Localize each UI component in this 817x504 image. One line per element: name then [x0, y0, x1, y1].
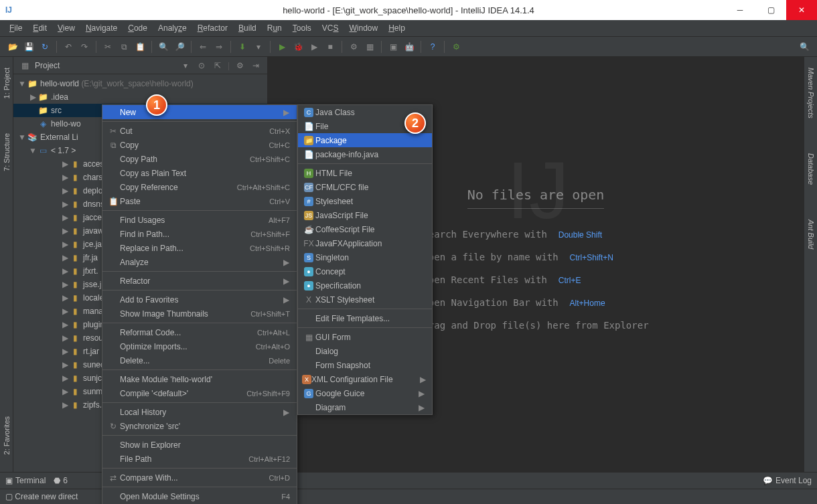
menu-item[interactable]: CFCFML/CFC file — [298, 180, 432, 194]
menu-item[interactable]: Delete...Delete — [102, 353, 297, 367]
menu-item[interactable]: New▶ — [102, 105, 297, 119]
cut-icon[interactable]: ✂ — [100, 39, 115, 54]
paste-icon[interactable]: 📋 — [133, 39, 147, 54]
tab-structure[interactable]: 7: Structure — [1, 129, 12, 175]
close-button[interactable]: ✕ — [786, 0, 817, 20]
debug-icon[interactable]: 🐞 — [291, 39, 305, 54]
menu-item[interactable]: ●Specification — [298, 278, 432, 292]
menu-item[interactable]: ▦GUI Form — [298, 330, 432, 344]
menu-item[interactable]: Analyze▶ — [102, 255, 297, 269]
menu-item[interactable]: Copy as Plain Text — [102, 166, 297, 180]
menu-item[interactable]: XXML Configuration File▶ — [298, 372, 432, 386]
tree-root[interactable]: ▼📁 hello-world (E:\git_work_space\hello-… — [13, 77, 267, 90]
menu-item[interactable]: HHTML File — [298, 166, 432, 180]
menu-item[interactable]: Edit File Templates... — [298, 311, 432, 325]
menu-item[interactable]: FXJavaFXApplication — [298, 236, 432, 250]
menu-item[interactable]: #Stylesheet — [298, 194, 432, 208]
menu-item[interactable]: ●Concept — [298, 264, 432, 278]
structure-icon[interactable]: ▦ — [362, 39, 377, 54]
back-icon[interactable]: ⇐ — [196, 39, 210, 54]
menu-item[interactable]: Open Module SettingsF4 — [102, 489, 297, 503]
menu-edit[interactable]: Edit — [27, 21, 52, 35]
menu-item[interactable]: Make Module 'hello-world' — [102, 372, 297, 386]
tab-maven[interactable]: Maven Projects — [806, 64, 816, 122]
menu-item[interactable]: Find UsagesAlt+F7 — [102, 213, 297, 227]
menu-item[interactable]: Add to Favorites▶ — [102, 292, 297, 307]
tab-database[interactable]: Database — [806, 149, 816, 189]
settings-icon[interactable]: ⚙ — [234, 60, 246, 72]
menu-item[interactable]: Reformat Code...Ctrl+Alt+L — [102, 325, 297, 339]
maximize-button[interactable]: ▢ — [755, 0, 786, 20]
menu-file[interactable]: File — [4, 21, 27, 35]
terminal-tab[interactable]: ▣ Terminal — [5, 476, 46, 485]
stop-icon[interactable]: ■ — [323, 39, 338, 54]
menu-item[interactable]: JSJavaScript File — [298, 208, 432, 222]
menu-code[interactable]: Code — [123, 21, 153, 35]
event-log-tab[interactable]: 💬 Event Log — [763, 476, 812, 485]
help-icon[interactable]: ? — [425, 39, 440, 54]
todo-tab[interactable]: ⬣ 6 — [54, 476, 68, 485]
gear-icon[interactable]: ⚙ — [449, 39, 463, 54]
tab-project[interactable]: 1: Project — [1, 64, 12, 102]
dropdown-icon[interactable]: ▾ — [179, 60, 192, 72]
menu-tools[interactable]: Tools — [287, 21, 317, 35]
android-icon[interactable]: 🤖 — [402, 39, 417, 54]
menu-item[interactable]: Diagram▶ — [298, 400, 432, 414]
menu-run[interactable]: Run — [262, 21, 287, 35]
tab-favorites[interactable]: 2: Favorites — [1, 412, 12, 458]
menu-item[interactable]: Show Image ThumbnailsCtrl+Shift+T — [102, 307, 297, 321]
save-icon[interactable]: 💾 — [21, 39, 36, 54]
menu-view[interactable]: View — [52, 21, 80, 35]
tab-ant[interactable]: Ant Build — [806, 216, 816, 253]
menu-build[interactable]: Build — [233, 21, 262, 35]
menu-item[interactable]: ⇄Compare With...Ctrl+D — [102, 471, 297, 485]
menu-item[interactable]: Copy PathCtrl+Shift+C — [102, 152, 297, 166]
menu-item[interactable]: File PathCtrl+Alt+F12 — [102, 452, 297, 466]
menu-help[interactable]: Help — [383, 21, 411, 35]
menu-navigate[interactable]: Navigate — [80, 21, 123, 35]
menu-item[interactable]: Replace in Path...Ctrl+Shift+R — [102, 241, 297, 255]
collapse-icon[interactable]: ⇱ — [212, 60, 224, 72]
menu-analyze[interactable]: Analyze — [153, 21, 192, 35]
menu-item[interactable]: Find in Path...Ctrl+Shift+F — [102, 227, 297, 241]
target-icon[interactable]: ⊙ — [196, 60, 208, 72]
project-view-icon[interactable]: ▦ — [19, 60, 31, 72]
menu-item[interactable]: ⧉CopyCtrl+C — [102, 138, 297, 152]
sync-icon[interactable]: ↻ — [38, 39, 52, 54]
menu-item[interactable]: Show in Explorer — [102, 438, 297, 452]
menu-item[interactable]: ☕CoffeeScript File — [298, 222, 432, 236]
vcs-icon[interactable]: ⚙ — [346, 39, 361, 54]
menu-item[interactable]: Copy ReferenceCtrl+Alt+Shift+C — [102, 180, 297, 194]
undo-icon[interactable]: ↶ — [61, 39, 76, 54]
sdk-icon[interactable]: ▣ — [386, 39, 400, 54]
menu-window[interactable]: Window — [344, 21, 383, 35]
menu-refactor[interactable]: Refactor — [192, 21, 233, 35]
menu-item[interactable]: Optimize Imports...Ctrl+Alt+O — [102, 339, 297, 353]
menu-item[interactable]: Compile '<default>'Ctrl+Shift+F9 — [102, 386, 297, 400]
menu-item[interactable]: ✂CutCtrl+X — [102, 124, 297, 138]
menu-item[interactable]: XXSLT Stylesheet — [298, 292, 432, 307]
menu-item[interactable]: Form Snapshot — [298, 358, 432, 372]
menu-item[interactable]: GGoogle Guice▶ — [298, 386, 432, 400]
hide-icon[interactable]: ⇥ — [250, 60, 262, 72]
run-icon[interactable]: ▶ — [275, 39, 289, 54]
find-icon[interactable]: 🔍 — [156, 39, 171, 54]
menu-item[interactable]: 📄package-info.java — [298, 147, 432, 161]
menu-item[interactable]: Refactor▶ — [102, 274, 297, 288]
minimize-button[interactable]: ─ — [725, 0, 755, 20]
tree-idea[interactable]: ▶📁 .idea — [13, 90, 267, 104]
menu-item[interactable]: 📋PasteCtrl+V — [102, 194, 297, 208]
forward-icon[interactable]: ⇒ — [212, 39, 226, 54]
replace-icon[interactable]: 🔎 — [172, 39, 187, 54]
menu-item[interactable]: Local History▶ — [102, 405, 297, 419]
menu-vcs[interactable]: VCS — [317, 21, 344, 35]
open-icon[interactable]: 📂 — [5, 39, 20, 54]
menu-item[interactable]: ↻Synchronize 'src' — [102, 419, 297, 433]
menu-item[interactable]: SSingleton — [298, 250, 432, 264]
menu-item[interactable]: Dialog — [298, 344, 432, 358]
search-icon[interactable]: 🔍 — [797, 39, 812, 54]
copy-icon[interactable]: ⧉ — [117, 39, 131, 54]
build-icon[interactable]: ⬇ — [235, 39, 250, 54]
menu-item[interactable]: 📁Package — [298, 133, 432, 147]
redo-icon[interactable]: ↷ — [77, 39, 92, 54]
